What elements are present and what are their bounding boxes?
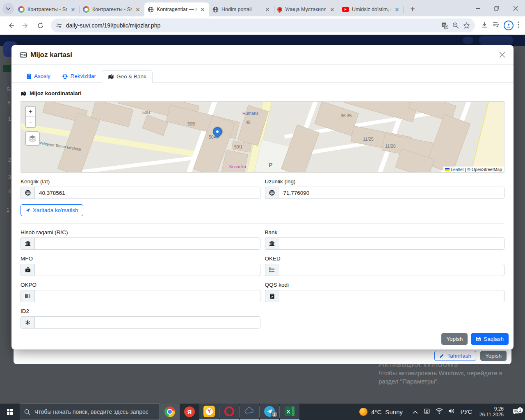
globe-icon [212, 7, 219, 13]
lat-input[interactable] [34, 187, 260, 199]
bookmark-star-icon[interactable] [463, 22, 470, 29]
okpo-input[interactable] [34, 290, 260, 302]
map-label: 36 35 [341, 113, 352, 118]
tab-search-chevron-icon[interactable] [2, 3, 14, 14]
edit-button[interactable]: Tahrirlash [434, 351, 476, 361]
tab-asosiy[interactable]: Asosiy [21, 70, 56, 82]
start-button[interactable] [0, 404, 20, 420]
tab-rekvizitlar[interactable]: Rekvizitlar [56, 70, 102, 82]
modal-close-icon[interactable] [499, 52, 505, 58]
tab-close-icon[interactable]: ✕ [394, 6, 400, 13]
taskbar-search[interactable]: Чтобы начать поиск, введите здесь запрос [20, 404, 160, 420]
location-arrow-icon [25, 208, 30, 213]
meet-now-icon[interactable] [423, 408, 430, 416]
language-indicator[interactable]: РУС [461, 409, 472, 415]
underlying-modal-footer: Tahrirlash Yopish [14, 349, 511, 364]
zoom-out-icon[interactable] [452, 22, 459, 29]
show-on-map-button[interactable]: Xaritada ko'rsatish [21, 204, 83, 216]
tab-kontragentlar-active[interactable]: Kontragentlar — si ✕ [144, 2, 209, 16]
close-button-behind[interactable]: Yopish [480, 351, 507, 361]
tab-kontragenty-2[interactable]: Контрагенты - Sm ✕ [80, 2, 144, 16]
taskbar-yandex[interactable]: Я [180, 404, 199, 420]
taskbar-excel[interactable]: X [280, 404, 299, 420]
volume-icon[interactable] [448, 408, 455, 415]
windows-taskbar: Чтобы начать поиск, введите здесь запрос… [0, 404, 525, 420]
url-text[interactable]: daily-suvi.com/19l/public/mijozlar.php [66, 22, 437, 29]
tab-hodim-portali[interactable]: Hodim portali ✕ [209, 2, 274, 16]
save-button[interactable]: Saqlash [471, 333, 509, 345]
section-title-wrap: Mijoz koordinatalari [21, 90, 504, 96]
translate-icon[interactable]: A [441, 22, 448, 29]
taskbar-yandex-browser[interactable]: Y [199, 404, 219, 420]
map-building [221, 150, 248, 173]
clipboard-icon [26, 73, 32, 79]
taskbar-chrome[interactable] [160, 404, 180, 420]
mfo-input[interactable] [34, 264, 260, 276]
tab-close-icon[interactable]: ✕ [264, 6, 271, 13]
tab-close-icon[interactable]: ✕ [135, 6, 141, 13]
taskbar-cloud-app[interactable] [240, 404, 259, 420]
leaflet-map[interactable]: 50B 50B Humans 48 50A 50\1 Korzinka P 36… [21, 101, 504, 173]
id-card-icon [20, 52, 27, 58]
dimmed-text: 2 [8, 157, 11, 163]
taskbar-opera[interactable] [219, 404, 239, 420]
tab-title: Контрагенты - Sm [92, 7, 132, 12]
window-restore-button[interactable] [487, 0, 506, 16]
globe-icon [21, 187, 34, 199]
tab-title: Улица Мустакилл [285, 7, 326, 12]
id2-label: ID2 [21, 308, 260, 314]
tray-chevron-up-icon[interactable] [413, 408, 418, 415]
tab-close-icon[interactable]: ✕ [329, 6, 336, 13]
lng-label: Uzunlik (lng) [265, 178, 505, 185]
tab-close-icon[interactable]: ✕ [70, 6, 76, 13]
taskbar-telegram[interactable]: 1 [260, 404, 279, 420]
browser-tab-bar: Контрагенты - Sm ✕ Контрагенты - Sm ✕ Ko… [0, 0, 525, 16]
clock-date: 26.11.2025 [479, 412, 504, 418]
search-placeholder: Чтобы начать поиск, введите здесь запрос [34, 409, 148, 415]
oked-input[interactable] [279, 264, 505, 276]
zoom-out-button[interactable]: − [26, 117, 35, 127]
profile-avatar[interactable] [504, 21, 514, 30]
wifi-icon[interactable] [436, 408, 443, 415]
tab-title: Hodim portali [221, 7, 261, 12]
taskbar-weather[interactable]: 4°C Sunny [354, 408, 409, 416]
id2-input[interactable] [34, 316, 260, 329]
window-close-button[interactable] [506, 0, 525, 16]
qqs-input[interactable] [279, 290, 505, 302]
dimmed-text: 1 [7, 207, 9, 213]
tab-close-icon[interactable]: ✕ [199, 6, 206, 13]
modal-tab-bar: Asosiy Rekvizitlar Geo & Bank [11, 65, 514, 83]
tab-maps[interactable]: Улица Мустакилл ✕ [274, 2, 339, 16]
bank-input[interactable] [279, 237, 505, 250]
site-settings-icon[interactable] [56, 23, 62, 29]
window-minimize-button[interactable] [468, 0, 487, 16]
address-bar[interactable]: daily-suvi.com/19l/public/mijozlar.php A [51, 18, 475, 32]
forward-button[interactable] [19, 19, 32, 32]
new-tab-button[interactable]: + [407, 3, 418, 15]
zoom-in-button[interactable]: + [26, 107, 35, 117]
media-playlist-icon[interactable] [492, 21, 500, 30]
bank-input-group [265, 237, 505, 250]
map-label: Korzinka [229, 164, 246, 169]
back-button[interactable] [4, 19, 17, 32]
leaflet-link[interactable]: Leaflet [451, 167, 464, 172]
action-center-button[interactable]: 1 [507, 409, 525, 415]
reload-button[interactable] [34, 19, 47, 32]
map-layers-button[interactable] [25, 131, 40, 146]
account-input[interactable] [34, 237, 260, 250]
dimmed-text: 4 [8, 189, 11, 194]
tab-geo-bank[interactable]: Geo & Bank [102, 70, 153, 83]
notification-badge: 1 [517, 407, 523, 413]
taskbar-clock[interactable]: 9:26 26.11.2025 [476, 406, 507, 418]
account-label: Hisob raqami (R/C) [21, 229, 260, 235]
smartup-icon [83, 6, 89, 13]
lng-input[interactable] [279, 187, 505, 199]
menu-kebab-icon[interactable] [518, 21, 519, 30]
tab-youtube[interactable]: Umidsiz do'stim, e ✕ [339, 2, 404, 16]
tab-kontragenty-1[interactable]: Контрагенты - Sm ✕ [15, 2, 80, 16]
map-zoom-control: + − [25, 106, 36, 128]
close-button[interactable]: Yopish [441, 333, 468, 345]
download-icon[interactable] [481, 21, 488, 30]
weather-cond: Sunny [385, 409, 403, 415]
osm-link[interactable]: © OpenStreetMap [467, 167, 502, 172]
